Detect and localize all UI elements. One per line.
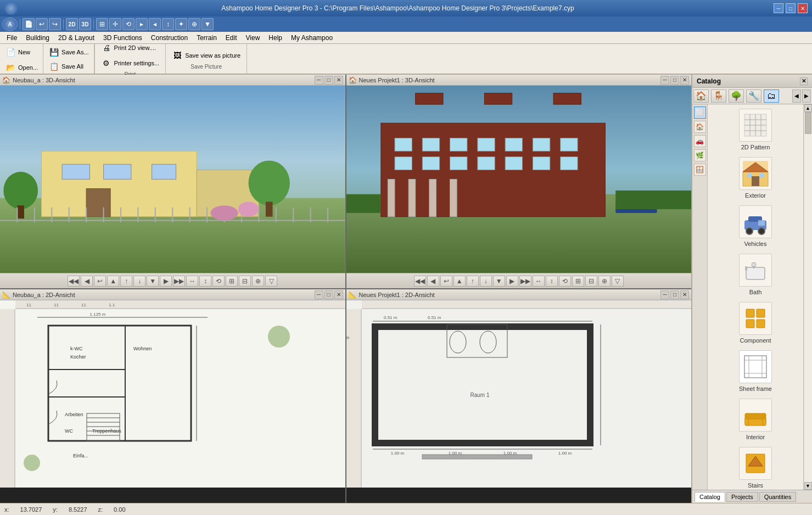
viewport-3d-right-content[interactable] [346, 86, 692, 273]
nav3dr-fwd[interactable]: ▶ [506, 276, 518, 287]
toolbar-new[interactable]: 📄 New [2, 45, 33, 59]
qb-star[interactable]: ✦ [175, 18, 187, 30]
qb-dropdown[interactable]: ▼ [201, 18, 214, 30]
qb-3d[interactable]: 3D [79, 18, 91, 30]
nav3dr-fwd2[interactable]: ▶▶ [519, 276, 531, 287]
catside-icon-4[interactable]: 🌿 [694, 149, 706, 161]
nav3dl-minus[interactable]: ⊟ [239, 276, 251, 287]
catalog-footer-tab-catalog[interactable]: Catalog [695, 492, 725, 502]
nav3dl-grid[interactable]: ⊞ [226, 276, 238, 287]
nav3dr-h[interactable]: ↔ [533, 276, 545, 287]
scrollbar-up-btn[interactable]: ▲ [804, 104, 812, 112]
catalog-close-btn[interactable]: ✕ [800, 77, 808, 85]
catalog-item-sheetframe[interactable]: Sheet frame [712, 350, 799, 392]
nav3dr-rot[interactable]: ⟲ [559, 276, 571, 287]
nav3dr-minus[interactable]: ⊟ [585, 276, 597, 287]
vp2dr-close[interactable]: ✕ [680, 290, 689, 299]
vp3dl-maximize[interactable]: □ [324, 76, 333, 85]
qb-resize[interactable]: ↕ [162, 18, 174, 30]
catside-icon-3[interactable]: 🚗 [694, 135, 706, 147]
nav3dr-plus[interactable]: ⊕ [598, 276, 611, 287]
qb-arrow[interactable]: ▸ [136, 18, 148, 30]
cat-tab-3[interactable]: 🌳 [729, 89, 744, 103]
toolbar-saveall[interactable]: 📋 Save All [46, 59, 92, 74]
nav3dl-h[interactable]: ↔ [186, 276, 198, 287]
vp3dl-close[interactable]: ✕ [334, 76, 343, 85]
cat-tab-4[interactable]: 🔧 [746, 89, 761, 103]
catside-icon-1[interactable]: ⬜ [694, 107, 706, 119]
catalog-item-interior[interactable]: Interior [712, 399, 799, 440]
toolbar-printer-settings[interactable]: ⚙ Printer settings... [98, 56, 163, 70]
menu-file[interactable]: File [2, 33, 21, 43]
nav3dr-more[interactable]: ▽ [612, 276, 624, 287]
catalog-item-bath[interactable]: Bath [712, 254, 799, 295]
nav3dl-back[interactable]: ◀◀ [68, 276, 80, 287]
cat-tab-1[interactable]: 🏠 [693, 89, 709, 103]
catalog-footer-tab-projects[interactable]: Projects [726, 492, 758, 502]
catalog-item-vehicles[interactable]: Vehicles [712, 205, 799, 247]
minimize-button[interactable]: ─ [774, 3, 783, 13]
nav3dr-grid[interactable]: ⊞ [572, 276, 584, 287]
vp3dr-maximize[interactable]: □ [670, 76, 679, 85]
vp2dl-minimize[interactable]: ─ [315, 290, 323, 299]
toolbar-save-view[interactable]: 🖼 Save view as picture [169, 48, 243, 63]
nav3dl-fwd2[interactable]: ▶▶ [173, 276, 185, 287]
vp2dr-maximize[interactable]: □ [670, 290, 679, 299]
catalog-footer-tab-quantities[interactable]: Quantities [759, 492, 797, 502]
qb-2d[interactable]: 2D [66, 18, 78, 30]
catalog-item-component[interactable]: Component [712, 302, 799, 344]
vp3dr-minimize[interactable]: ─ [660, 76, 669, 85]
nav3dr-undo[interactable]: ↩ [440, 276, 452, 287]
qb-plus[interactable]: ⊕ [188, 18, 200, 30]
catside-icon-2[interactable]: 🏠 [694, 121, 706, 133]
nav3dl-undo[interactable]: ↩ [94, 276, 106, 287]
nav3dl-rot[interactable]: ⟲ [212, 276, 225, 287]
nav3dl-v[interactable]: ↕ [199, 276, 211, 287]
nav3dl-dn-arr[interactable]: ▼ [147, 276, 159, 287]
nav3dr-prev[interactable]: ◀ [427, 276, 439, 287]
nav3dl-up[interactable]: ↑ [120, 276, 132, 287]
viewport-3d-left-content[interactable] [0, 86, 345, 273]
qb-new[interactable]: 📄 [23, 18, 35, 30]
toolbar-open[interactable]: 📂 Open... [2, 60, 41, 75]
nav3dr-up-arr[interactable]: ▲ [453, 276, 466, 287]
menu-view[interactable]: View [242, 33, 265, 43]
nav3dr-up[interactable]: ↑ [467, 276, 479, 287]
nav3dl-plus[interactable]: ⊕ [252, 276, 264, 287]
qb-undo[interactable]: ↩ [36, 18, 48, 30]
qb-grid[interactable]: ⊞ [96, 18, 108, 30]
cat-tab-2[interactable]: 🪑 [711, 89, 726, 103]
nav3dl-up-arr[interactable]: ▲ [107, 276, 119, 287]
nav3dl-dn[interactable]: ↓ [133, 276, 145, 287]
catalog-right-arrow[interactable]: ▶ [802, 89, 811, 103]
qb-back[interactable]: ◂ [149, 18, 161, 30]
vp3dr-close[interactable]: ✕ [680, 76, 689, 85]
menu-building[interactable]: Building [21, 33, 54, 43]
catalog-left-arrow[interactable]: ◀ [792, 89, 801, 103]
toolbar-print2d[interactable]: 🖨 Print 2D view.... [98, 41, 163, 55]
menu-myashampoo[interactable]: My Ashampoo [287, 33, 337, 43]
cat-tab-5[interactable]: 🗂 [764, 89, 779, 103]
close-button[interactable]: ✕ [798, 3, 808, 13]
vp2dl-close[interactable]: ✕ [334, 290, 343, 299]
vp2dr-minimize[interactable]: ─ [660, 290, 669, 299]
catalog-item-extra[interactable]: Stairs [712, 447, 799, 489]
menu-terrain[interactable]: Terrain [192, 33, 221, 43]
toolbar-saveas[interactable]: 💾 Save As... [46, 45, 92, 59]
viewport-2d-left-content[interactable]: 11 11 11 1.1 1.125 m [0, 300, 345, 488]
nav3dl-prev[interactable]: ◀ [81, 276, 93, 287]
menu-2dlayout[interactable]: 2D & Layout [54, 33, 99, 43]
qb-rotate[interactable]: ⟲ [122, 18, 135, 30]
catside-icon-5[interactable]: 🪟 [694, 164, 706, 176]
nav3dl-fwd[interactable]: ▶ [160, 276, 172, 287]
nav3dl-more[interactable]: ▽ [265, 276, 277, 287]
nav3dr-v[interactable]: ↕ [546, 276, 558, 287]
qb-cursor[interactable]: ✛ [109, 18, 121, 30]
menu-edit[interactable]: Edit [221, 33, 242, 43]
qb-logo[interactable]: A [2, 18, 18, 31]
viewport-2d-right-content[interactable]: B 0.51 m 0.51 m [346, 300, 692, 488]
menu-help[interactable]: Help [264, 33, 287, 43]
catalog-item-exterior[interactable]: Exterior [712, 157, 799, 199]
vp2dl-maximize[interactable]: □ [324, 290, 333, 299]
maximize-button[interactable]: □ [786, 3, 796, 13]
